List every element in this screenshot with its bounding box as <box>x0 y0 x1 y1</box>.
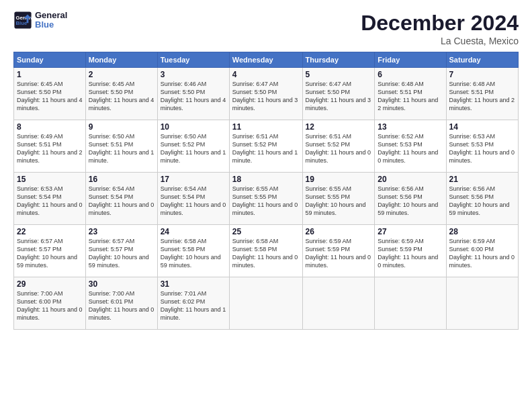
calendar-cell: 31Sunrise: 7:01 AMSunset: 6:02 PMDayligh… <box>157 277 229 330</box>
calendar-table: SundayMondayTuesdayWednesdayThursdayFrid… <box>13 52 519 330</box>
calendar-week-row: 8Sunrise: 6:49 AMSunset: 5:51 PMDaylight… <box>14 120 519 173</box>
day-info: Sunrise: 6:51 AMSunset: 5:52 PMDaylight:… <box>306 132 372 165</box>
weekday-header: Thursday <box>302 52 375 68</box>
day-number: 20 <box>378 175 443 184</box>
calendar-cell: 12Sunrise: 6:51 AMSunset: 5:52 PMDayligh… <box>302 120 375 173</box>
calendar-cell: 23Sunrise: 6:57 AMSunset: 5:57 PMDayligh… <box>85 225 157 277</box>
day-number: 8 <box>17 122 83 132</box>
day-info: Sunrise: 6:55 AMSunset: 5:55 PMDaylight:… <box>306 185 372 218</box>
day-number: 30 <box>89 279 154 289</box>
day-info: Sunrise: 6:58 AMSunset: 5:58 PMDaylight:… <box>161 237 226 270</box>
calendar-cell <box>375 277 446 330</box>
calendar-cell: 16Sunrise: 6:54 AMSunset: 5:54 PMDayligh… <box>85 173 157 225</box>
day-info: Sunrise: 6:53 AMSunset: 5:54 PMDaylight:… <box>17 185 83 218</box>
calendar-cell: 18Sunrise: 6:55 AMSunset: 5:55 PMDayligh… <box>229 173 302 225</box>
calendar-cell: 25Sunrise: 6:58 AMSunset: 5:58 PMDayligh… <box>229 225 302 277</box>
day-number: 27 <box>378 227 443 236</box>
day-number: 14 <box>449 122 515 132</box>
day-number: 18 <box>232 175 300 184</box>
day-info: Sunrise: 6:53 AMSunset: 5:53 PMDaylight:… <box>449 132 515 165</box>
day-number: 16 <box>89 175 154 184</box>
calendar-cell: 10Sunrise: 6:50 AMSunset: 5:52 PMDayligh… <box>157 120 229 173</box>
calendar-cell <box>302 277 375 330</box>
calendar-cell: 8Sunrise: 6:49 AMSunset: 5:51 PMDaylight… <box>14 120 86 173</box>
weekday-header: Tuesday <box>157 52 229 68</box>
day-number: 26 <box>306 227 372 236</box>
day-info: Sunrise: 6:58 AMSunset: 5:58 PMDaylight:… <box>232 237 300 270</box>
day-number: 1 <box>17 70 83 79</box>
day-info: Sunrise: 6:55 AMSunset: 5:55 PMDaylight:… <box>232 185 300 218</box>
calendar-cell: 17Sunrise: 6:54 AMSunset: 5:54 PMDayligh… <box>157 173 229 225</box>
day-info: Sunrise: 6:49 AMSunset: 5:51 PMDaylight:… <box>17 132 83 165</box>
calendar-cell: 7Sunrise: 6:48 AMSunset: 5:51 PMDaylight… <box>446 68 518 120</box>
calendar-cell: 30Sunrise: 7:00 AMSunset: 6:01 PMDayligh… <box>85 277 157 330</box>
weekday-header: Wednesday <box>229 52 302 68</box>
calendar-cell: 13Sunrise: 6:52 AMSunset: 5:53 PMDayligh… <box>375 120 446 173</box>
calendar-cell: 5Sunrise: 6:47 AMSunset: 5:50 PMDaylight… <box>302 68 375 120</box>
calendar-cell: 2Sunrise: 6:45 AMSunset: 5:50 PMDaylight… <box>85 68 157 120</box>
day-info: Sunrise: 6:45 AMSunset: 5:50 PMDaylight:… <box>89 80 154 113</box>
day-info: Sunrise: 7:00 AMSunset: 6:01 PMDaylight:… <box>89 289 154 322</box>
day-info: Sunrise: 6:57 AMSunset: 5:57 PMDaylight:… <box>17 237 83 270</box>
day-info: Sunrise: 6:48 AMSunset: 5:51 PMDaylight:… <box>378 80 443 113</box>
day-info: Sunrise: 6:59 AMSunset: 6:00 PMDaylight:… <box>449 237 515 270</box>
day-number: 29 <box>17 279 83 289</box>
day-number: 11 <box>232 122 300 132</box>
calendar-cell: 26Sunrise: 6:59 AMSunset: 5:59 PMDayligh… <box>302 225 375 277</box>
day-info: Sunrise: 6:57 AMSunset: 5:57 PMDaylight:… <box>89 237 154 270</box>
day-info: Sunrise: 6:59 AMSunset: 5:59 PMDaylight:… <box>306 237 372 270</box>
day-number: 10 <box>161 122 226 132</box>
day-info: Sunrise: 6:48 AMSunset: 5:51 PMDaylight:… <box>449 80 515 113</box>
day-info: Sunrise: 7:00 AMSunset: 6:00 PMDaylight:… <box>17 289 83 322</box>
day-info: Sunrise: 6:50 AMSunset: 5:52 PMDaylight:… <box>161 132 226 165</box>
day-number: 23 <box>89 227 154 236</box>
logo-line2: Blue <box>35 19 54 30</box>
day-number: 22 <box>17 227 83 236</box>
day-number: 13 <box>378 122 443 132</box>
day-number: 3 <box>161 70 226 79</box>
day-info: Sunrise: 6:45 AMSunset: 5:50 PMDaylight:… <box>17 80 83 113</box>
calendar-cell: 3Sunrise: 6:46 AMSunset: 5:50 PMDaylight… <box>157 68 229 120</box>
weekday-header: Saturday <box>446 52 518 68</box>
svg-text:Blue: Blue <box>16 20 28 26</box>
calendar-cell: 20Sunrise: 6:56 AMSunset: 5:56 PMDayligh… <box>375 173 446 225</box>
calendar-week-row: 22Sunrise: 6:57 AMSunset: 5:57 PMDayligh… <box>14 225 519 277</box>
calendar-week-row: 15Sunrise: 6:53 AMSunset: 5:54 PMDayligh… <box>14 173 519 225</box>
page-container: General Blue General Blue December 2024 … <box>0 0 532 336</box>
day-info: Sunrise: 6:52 AMSunset: 5:53 PMDaylight:… <box>378 132 443 165</box>
calendar-cell: 28Sunrise: 6:59 AMSunset: 6:00 PMDayligh… <box>446 225 518 277</box>
month-title: December 2024 <box>361 11 519 36</box>
day-number: 4 <box>232 70 300 79</box>
calendar-week-row: 29Sunrise: 7:00 AMSunset: 6:00 PMDayligh… <box>14 277 519 330</box>
day-info: Sunrise: 6:51 AMSunset: 5:52 PMDaylight:… <box>232 132 300 165</box>
day-number: 5 <box>306 70 372 79</box>
logo-icon: General Blue <box>13 11 32 30</box>
weekday-header-row: SundayMondayTuesdayWednesdayThursdayFrid… <box>14 52 519 68</box>
weekday-header: Sunday <box>14 52 86 68</box>
day-number: 12 <box>306 122 372 132</box>
calendar-cell: 21Sunrise: 6:56 AMSunset: 5:56 PMDayligh… <box>446 173 518 225</box>
day-info: Sunrise: 6:54 AMSunset: 5:54 PMDaylight:… <box>89 185 154 218</box>
calendar-cell: 19Sunrise: 6:55 AMSunset: 5:55 PMDayligh… <box>302 173 375 225</box>
day-info: Sunrise: 6:54 AMSunset: 5:54 PMDaylight:… <box>161 185 226 218</box>
day-number: 17 <box>161 175 226 184</box>
calendar-cell: 1Sunrise: 6:45 AMSunset: 5:50 PMDaylight… <box>14 68 86 120</box>
day-number: 6 <box>378 70 443 79</box>
day-number: 24 <box>161 227 226 236</box>
day-info: Sunrise: 6:59 AMSunset: 5:59 PMDaylight:… <box>378 237 443 270</box>
calendar-cell: 29Sunrise: 7:00 AMSunset: 6:00 PMDayligh… <box>14 277 86 330</box>
calendar-cell: 11Sunrise: 6:51 AMSunset: 5:52 PMDayligh… <box>229 120 302 173</box>
weekday-header: Friday <box>375 52 446 68</box>
calendar-cell: 14Sunrise: 6:53 AMSunset: 5:53 PMDayligh… <box>446 120 518 173</box>
day-number: 2 <box>89 70 154 79</box>
logo-line1: General <box>35 10 67 20</box>
header: General Blue General Blue December 2024 … <box>13 11 519 46</box>
day-info: Sunrise: 6:56 AMSunset: 5:56 PMDaylight:… <box>378 185 443 218</box>
day-number: 7 <box>449 70 515 79</box>
day-info: Sunrise: 6:47 AMSunset: 5:50 PMDaylight:… <box>232 80 300 113</box>
day-info: Sunrise: 6:56 AMSunset: 5:56 PMDaylight:… <box>449 185 515 218</box>
calendar-cell: 9Sunrise: 6:50 AMSunset: 5:51 PMDaylight… <box>85 120 157 173</box>
title-section: December 2024 La Cuesta, Mexico <box>361 11 519 46</box>
day-number: 25 <box>232 227 300 236</box>
day-number: 15 <box>17 175 83 184</box>
